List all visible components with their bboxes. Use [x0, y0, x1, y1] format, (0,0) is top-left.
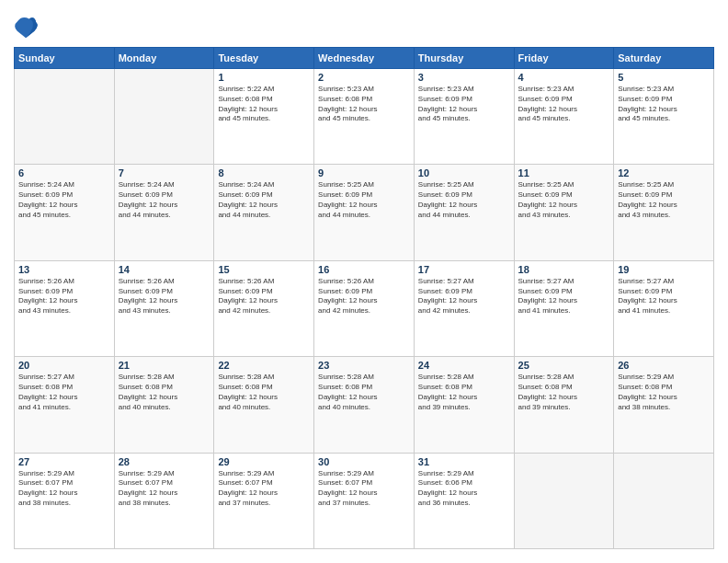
day-number: 15	[218, 264, 310, 275]
day-info: Sunrise: 5:23 AM Sunset: 6:09 PM Dayligh…	[618, 85, 710, 124]
calendar-cell: 3Sunrise: 5:23 AM Sunset: 6:09 PM Daylig…	[414, 69, 514, 165]
calendar-cell: 8Sunrise: 5:24 AM Sunset: 6:09 PM Daylig…	[214, 165, 314, 260]
calendar-cell: 13Sunrise: 5:26 AM Sunset: 6:09 PM Dayli…	[15, 260, 115, 356]
calendar-cell: 29Sunrise: 5:29 AM Sunset: 6:07 PM Dayli…	[214, 453, 314, 548]
calendar-cell: 19Sunrise: 5:27 AM Sunset: 6:09 PM Dayli…	[614, 260, 714, 356]
calendar-cell: 14Sunrise: 5:26 AM Sunset: 6:09 PM Dayli…	[114, 260, 214, 356]
day-number: 7	[119, 167, 210, 178]
calendar-cell: 23Sunrise: 5:28 AM Sunset: 6:08 PM Dayli…	[314, 357, 415, 453]
day-info: Sunrise: 5:29 AM Sunset: 6:07 PM Dayligh…	[18, 469, 110, 509]
day-info: Sunrise: 5:27 AM Sunset: 6:09 PM Dayligh…	[618, 277, 710, 316]
day-number: 25	[518, 360, 610, 371]
day-number: 3	[418, 72, 510, 83]
calendar-cell: 7Sunrise: 5:24 AM Sunset: 6:09 PM Daylig…	[114, 165, 214, 260]
day-number: 14	[119, 264, 210, 275]
day-number: 16	[318, 264, 410, 275]
calendar-cell	[614, 453, 714, 548]
day-info: Sunrise: 5:28 AM Sunset: 6:08 PM Dayligh…	[418, 373, 510, 412]
calendar-cell: 28Sunrise: 5:29 AM Sunset: 6:07 PM Dayli…	[114, 453, 214, 548]
day-info: Sunrise: 5:22 AM Sunset: 6:08 PM Dayligh…	[218, 85, 310, 124]
calendar-cell: 9Sunrise: 5:25 AM Sunset: 6:09 PM Daylig…	[314, 165, 415, 260]
day-info: Sunrise: 5:27 AM Sunset: 6:09 PM Dayligh…	[518, 277, 610, 316]
day-number: 18	[518, 264, 610, 275]
day-info: Sunrise: 5:29 AM Sunset: 6:07 PM Dayligh…	[119, 469, 210, 509]
day-number: 20	[18, 360, 110, 371]
day-number: 9	[318, 167, 410, 178]
day-number: 26	[618, 360, 710, 371]
calendar-week-1: 1Sunrise: 5:22 AM Sunset: 6:08 PM Daylig…	[15, 69, 714, 165]
day-number: 6	[18, 167, 110, 178]
day-info: Sunrise: 5:24 AM Sunset: 6:09 PM Dayligh…	[119, 180, 210, 220]
day-info: Sunrise: 5:25 AM Sunset: 6:09 PM Dayligh…	[618, 180, 710, 220]
calendar-header-row: SundayMondayTuesdayWednesdayThursdayFrid…	[15, 48, 714, 69]
day-number: 30	[318, 456, 410, 467]
day-info: Sunrise: 5:29 AM Sunset: 6:07 PM Dayligh…	[218, 469, 310, 509]
logo-icon	[14, 14, 40, 40]
day-number: 10	[418, 167, 510, 178]
day-info: Sunrise: 5:29 AM Sunset: 6:08 PM Dayligh…	[618, 373, 710, 412]
col-header-monday: Monday	[114, 48, 214, 69]
calendar-cell: 6Sunrise: 5:24 AM Sunset: 6:09 PM Daylig…	[15, 165, 115, 260]
calendar-cell: 27Sunrise: 5:29 AM Sunset: 6:07 PM Dayli…	[15, 453, 115, 548]
calendar-cell: 5Sunrise: 5:23 AM Sunset: 6:09 PM Daylig…	[614, 69, 714, 165]
calendar-cell	[114, 69, 214, 165]
calendar-cell: 2Sunrise: 5:23 AM Sunset: 6:08 PM Daylig…	[314, 69, 415, 165]
day-info: Sunrise: 5:25 AM Sunset: 6:09 PM Dayligh…	[418, 180, 510, 220]
calendar-cell: 11Sunrise: 5:25 AM Sunset: 6:09 PM Dayli…	[514, 165, 614, 260]
day-number: 27	[18, 456, 110, 467]
day-number: 12	[618, 167, 710, 178]
col-header-thursday: Thursday	[414, 48, 514, 69]
day-info: Sunrise: 5:25 AM Sunset: 6:09 PM Dayligh…	[518, 180, 610, 220]
calendar-cell: 16Sunrise: 5:26 AM Sunset: 6:09 PM Dayli…	[314, 260, 415, 356]
calendar-cell: 25Sunrise: 5:28 AM Sunset: 6:08 PM Dayli…	[514, 357, 614, 453]
calendar-cell: 4Sunrise: 5:23 AM Sunset: 6:09 PM Daylig…	[514, 69, 614, 165]
day-info: Sunrise: 5:25 AM Sunset: 6:09 PM Dayligh…	[318, 180, 410, 220]
day-number: 4	[518, 72, 610, 83]
day-info: Sunrise: 5:28 AM Sunset: 6:08 PM Dayligh…	[318, 373, 410, 412]
day-info: Sunrise: 5:26 AM Sunset: 6:09 PM Dayligh…	[18, 277, 110, 316]
day-number: 22	[218, 360, 310, 371]
day-number: 19	[618, 264, 710, 275]
day-info: Sunrise: 5:29 AM Sunset: 6:07 PM Dayligh…	[318, 469, 410, 509]
day-info: Sunrise: 5:29 AM Sunset: 6:06 PM Dayligh…	[418, 469, 510, 509]
calendar-cell: 24Sunrise: 5:28 AM Sunset: 6:08 PM Dayli…	[414, 357, 514, 453]
day-number: 31	[418, 456, 510, 467]
day-info: Sunrise: 5:28 AM Sunset: 6:08 PM Dayligh…	[518, 373, 610, 412]
calendar-week-5: 27Sunrise: 5:29 AM Sunset: 6:07 PM Dayli…	[15, 453, 714, 548]
day-number: 13	[18, 264, 110, 275]
day-number: 5	[618, 72, 710, 83]
calendar-cell: 20Sunrise: 5:27 AM Sunset: 6:08 PM Dayli…	[15, 357, 115, 453]
day-info: Sunrise: 5:27 AM Sunset: 6:08 PM Dayligh…	[18, 373, 110, 412]
calendar-cell: 18Sunrise: 5:27 AM Sunset: 6:09 PM Dayli…	[514, 260, 614, 356]
calendar-week-4: 20Sunrise: 5:27 AM Sunset: 6:08 PM Dayli…	[15, 357, 714, 453]
day-info: Sunrise: 5:27 AM Sunset: 6:09 PM Dayligh…	[418, 277, 510, 316]
day-info: Sunrise: 5:26 AM Sunset: 6:09 PM Dayligh…	[318, 277, 410, 316]
header	[14, 14, 714, 40]
col-header-sunday: Sunday	[15, 48, 115, 69]
calendar-cell: 1Sunrise: 5:22 AM Sunset: 6:08 PM Daylig…	[214, 69, 314, 165]
calendar-cell: 21Sunrise: 5:28 AM Sunset: 6:08 PM Dayli…	[114, 357, 214, 453]
day-info: Sunrise: 5:23 AM Sunset: 6:09 PM Dayligh…	[418, 85, 510, 124]
col-header-saturday: Saturday	[614, 48, 714, 69]
calendar-cell: 22Sunrise: 5:28 AM Sunset: 6:08 PM Dayli…	[214, 357, 314, 453]
day-info: Sunrise: 5:24 AM Sunset: 6:09 PM Dayligh…	[18, 180, 110, 220]
day-info: Sunrise: 5:26 AM Sunset: 6:09 PM Dayligh…	[119, 277, 210, 316]
day-number: 11	[518, 167, 610, 178]
day-info: Sunrise: 5:28 AM Sunset: 6:08 PM Dayligh…	[218, 373, 310, 412]
calendar-week-2: 6Sunrise: 5:24 AM Sunset: 6:09 PM Daylig…	[15, 165, 714, 260]
col-header-friday: Friday	[514, 48, 614, 69]
day-number: 1	[218, 72, 310, 83]
calendar-cell: 30Sunrise: 5:29 AM Sunset: 6:07 PM Dayli…	[314, 453, 415, 548]
calendar-cell: 26Sunrise: 5:29 AM Sunset: 6:08 PM Dayli…	[614, 357, 714, 453]
col-header-tuesday: Tuesday	[214, 48, 314, 69]
calendar-week-3: 13Sunrise: 5:26 AM Sunset: 6:09 PM Dayli…	[15, 260, 714, 356]
day-info: Sunrise: 5:23 AM Sunset: 6:08 PM Dayligh…	[318, 85, 410, 124]
day-number: 29	[218, 456, 310, 467]
day-info: Sunrise: 5:26 AM Sunset: 6:09 PM Dayligh…	[218, 277, 310, 316]
col-header-wednesday: Wednesday	[314, 48, 415, 69]
calendar-cell: 17Sunrise: 5:27 AM Sunset: 6:09 PM Dayli…	[414, 260, 514, 356]
day-number: 28	[119, 456, 210, 467]
day-number: 21	[119, 360, 210, 371]
calendar-table: SundayMondayTuesdayWednesdayThursdayFrid…	[14, 47, 714, 549]
day-info: Sunrise: 5:28 AM Sunset: 6:08 PM Dayligh…	[119, 373, 210, 412]
